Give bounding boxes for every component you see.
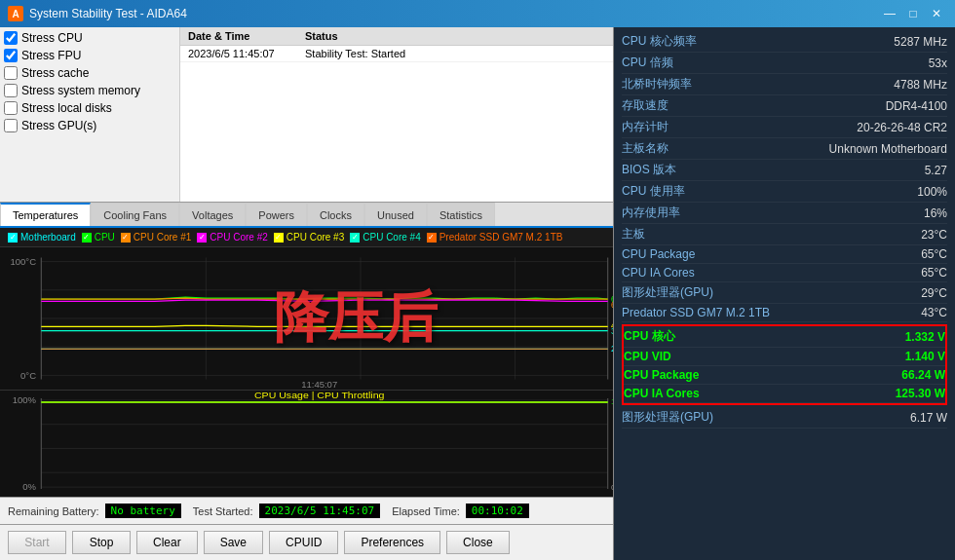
svg-text:100°C: 100°C [10, 256, 36, 267]
stress-option-cpu[interactable]: Stress CPU [4, 31, 175, 45]
stat-row: 图形处理器(GPU) 6.17 W [622, 407, 947, 429]
stat-value: 65°C [921, 266, 947, 280]
highlight-row: CPU VID 1.140 V [624, 348, 945, 366]
log-status: Stability Test: Started [305, 48, 605, 59]
cpuid-button[interactable]: CPUID [269, 531, 338, 554]
stat-label: CPU IA Cores [622, 266, 695, 280]
chart-area: ✓ Motherboard ✓ CPU ✓ CPU Core #1 ✓ CPU … [0, 228, 613, 497]
highlight-label: CPU IA Cores [624, 387, 700, 400]
stat-label: 内存使用率 [622, 205, 680, 221]
log-date: 2023/6/5 11:45:07 [188, 48, 305, 59]
stat-label: 图形处理器(GPU) [622, 409, 713, 426]
checkbox-gpu[interactable] [4, 119, 18, 132]
legend-check: ✓ [197, 233, 207, 243]
stat-value: Unknown Motherboard [829, 142, 947, 156]
checkbox-fpu[interactable] [4, 49, 18, 62]
save-button[interactable]: Save [204, 531, 263, 554]
tab-statistics[interactable]: Statistics [427, 203, 495, 226]
button-bar: StartStopClearSaveCPUIDPreferencesClose [0, 524, 613, 560]
stress-option-gpu[interactable]: Stress GPU(s) [4, 119, 175, 132]
stat-value: 53x [929, 56, 947, 70]
stat-value: 4788 MHz [894, 78, 947, 92]
stat-row: 内存计时 20-26-26-48 CR2 [622, 117, 947, 138]
stat-row: BIOS 版本 5.27 [622, 160, 947, 181]
legend-label: Motherboard [20, 232, 76, 243]
top-section: Stress CPU Stress FPU Stress cache Stres… [0, 27, 613, 203]
stress-option-memory[interactable]: Stress system memory [4, 84, 175, 97]
label-gpu: Stress GPU(s) [21, 119, 96, 132]
checkbox-disks[interactable] [4, 101, 18, 115]
tab-cooling-fans[interactable]: Cooling Fans [91, 203, 179, 226]
stat-row: Predator SSD GM7 M.2 1TB 43°C [622, 304, 947, 322]
temperature-chart: 100°C 0°C 11:45:07 [0, 247, 613, 390]
stat-label: 内存计时 [622, 119, 668, 135]
stress-options-panel: Stress CPU Stress FPU Stress cache Stres… [0, 27, 180, 202]
svg-rect-19 [0, 391, 613, 497]
legend-check: ✓ [350, 233, 360, 243]
tab-bar: TemperaturesCooling FansVoltagesPowersCl… [0, 203, 613, 228]
clear-button[interactable]: Clear [136, 531, 198, 554]
label-fpu: Stress FPU [21, 49, 81, 62]
stat-row: 存取速度 DDR4-4100 [622, 95, 947, 117]
elapsed-value: 00:10:02 [466, 504, 529, 518]
stat-value: 5.27 [925, 164, 947, 177]
highlight-value: 1.140 V [905, 350, 945, 363]
stop-button[interactable]: Stop [72, 531, 131, 554]
highlight-label: CPU 核心 [624, 328, 675, 345]
svg-text:11:45:07: 11:45:07 [301, 379, 337, 390]
checkbox-memory[interactable] [4, 84, 18, 97]
checkbox-cpu[interactable] [4, 31, 18, 45]
stat-row: 图形处理器(GPU) 29°C [622, 282, 947, 304]
preferences-button[interactable]: Preferences [344, 531, 440, 554]
legend-item-cpu: ✓ CPU [82, 232, 115, 243]
stress-option-disks[interactable]: Stress local disks [4, 101, 175, 115]
svg-text:100%: 100% [611, 397, 613, 406]
stat-label: 主板名称 [622, 140, 668, 157]
tab-voltages[interactable]: Voltages [179, 203, 246, 226]
window-title: System Stability Test - AIDA64 [29, 7, 879, 20]
log-header: Date & Time Status [180, 27, 613, 46]
battery-label: Remaining Battery: [8, 505, 99, 517]
log-body: 2023/6/5 11:45:07 Stability Test: Starte… [180, 46, 613, 202]
legend-item-cpu-core-#2: ✓ CPU Core #2 [197, 232, 267, 243]
legend-label: CPU Core #1 [134, 232, 191, 243]
highlight-label: CPU VID [624, 350, 671, 363]
maximize-button[interactable]: □ [902, 4, 924, 23]
legend-check: ✓ [121, 233, 131, 243]
stat-value: 43°C [921, 306, 947, 319]
tab-unused[interactable]: Unused [364, 203, 427, 226]
log-section: Date & Time Status 2023/6/5 11:45:07 Sta… [180, 27, 613, 202]
tab-powers[interactable]: Powers [246, 203, 307, 226]
svg-text:0%: 0% [611, 483, 613, 492]
close-button[interactable]: Close [446, 531, 510, 554]
stat-row: CPU IA Cores 65°C [622, 264, 947, 282]
stat-value: 16% [924, 206, 947, 220]
legend-item-motherboard: ✓ Motherboard [8, 232, 76, 243]
stat-label: 图形处理器(GPU) [622, 284, 713, 301]
stat-label: 主板 [622, 226, 645, 243]
minimize-button[interactable]: — [879, 4, 900, 23]
close-window-button[interactable]: ✕ [926, 4, 947, 23]
highlight-section: CPU 核心 1.332 V CPU VID 1.140 V CPU Packa… [622, 324, 947, 405]
elapsed-time-status: Elapsed Time: 00:10:02 [392, 504, 529, 518]
temp-chart-svg: 100°C 0°C 11:45:07 [0, 247, 613, 390]
stat-value: 65°C [921, 247, 947, 261]
battery-status: Remaining Battery: No battery [8, 504, 181, 518]
highlight-value: 66.24 W [901, 368, 945, 382]
checkbox-cache[interactable] [4, 66, 18, 80]
tab-clocks[interactable]: Clocks [307, 203, 364, 226]
stress-option-cache[interactable]: Stress cache [4, 66, 175, 80]
app-icon: A [8, 6, 23, 21]
stat-value: 20-26-26-48 CR2 [857, 121, 947, 134]
legend-bar: ✓ Motherboard ✓ CPU ✓ CPU Core #1 ✓ CPU … [0, 228, 613, 247]
highlight-row: CPU IA Cores 125.30 W [624, 385, 945, 403]
start-button[interactable]: Start [8, 531, 66, 554]
legend-item-cpu-core-#4: ✓ CPU Core #4 [350, 232, 420, 243]
legend-item-predator-ssd-gm7-m.2-1tb: ✓ Predator SSD GM7 M.2 1TB [427, 232, 563, 243]
tab-temperatures[interactable]: Temperatures [0, 203, 91, 226]
stat-row: CPU 核心频率 5287 MHz [622, 31, 947, 53]
stat-row: 主板名称 Unknown Motherboard [622, 138, 947, 160]
stat-row: 北桥时钟频率 4788 MHz [622, 74, 947, 95]
stress-option-fpu[interactable]: Stress FPU [4, 49, 175, 62]
legend-check: ✓ [427, 233, 437, 243]
